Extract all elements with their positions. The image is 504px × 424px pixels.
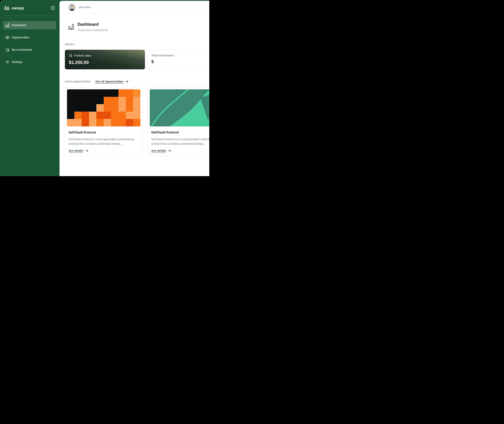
brand-logo: canopy: [4, 5, 24, 11]
metrics-section-label: Metrics: [65, 43, 209, 46]
noise-texture: [65, 50, 145, 69]
wallet-icon: [6, 48, 9, 51]
header: John Doe: [59, 1, 209, 14]
see-all-label: See all Opportunities: [95, 80, 123, 83]
sidebar-item-label: Settings: [12, 60, 22, 64]
main-panel: John Doe Dashboard Track your investment…: [59, 1, 209, 176]
page-title: Dashboard: [77, 22, 108, 27]
sidebar-item-label: Opportunities: [12, 36, 29, 39]
see-all-opportunities-link[interactable]: See all Opportunities: [95, 80, 128, 83]
sidebar-divider: [4, 15, 56, 16]
gear-icon: [6, 60, 9, 64]
metrics-row: Portfolio Value $1.250,00 Total investme…: [65, 50, 209, 69]
sidebar-collapse-button[interactable]: [51, 6, 56, 11]
bar-chart-icon: [68, 24, 74, 30]
total-investments-value: 5: [151, 59, 209, 64]
opportunity-card: DeFiVault Protocol DeFiVault Protocol is…: [148, 87, 209, 156]
portfolio-value-amount: $1.250,00: [69, 60, 141, 65]
sidebar-item-my-investments[interactable]: My investments: [3, 46, 56, 54]
opportunities-header: Active opportunities See all Opportuniti…: [65, 80, 209, 83]
opportunity-description: DeFiVault Protocol is a next-generation …: [69, 137, 139, 146]
page-content: Dashboard Track your investments Metrics: [59, 14, 209, 176]
screen: canopy: [0, 0, 209, 176]
arrow-right-icon: [168, 150, 171, 152]
active-opportunities-label: Active opportunities: [65, 80, 90, 83]
total-investments-card: Total investments 5: [147, 50, 209, 69]
user-avatar[interactable]: [68, 4, 76, 11]
app-window: canopy: [0, 0, 209, 176]
page-subtitle: Track your investments: [77, 28, 108, 32]
user-name: John Doe: [78, 6, 90, 9]
sidebar: canopy: [0, 0, 59, 176]
sidebar-item-label: Dashboard: [12, 24, 26, 27]
opportunity-card-body: DeFiVault Protocol DeFiVault Protocol is…: [67, 126, 140, 156]
total-investments-label: Total investments: [151, 54, 209, 57]
arrow-right-icon: [85, 150, 89, 152]
opportunity-title: DeFiVault Protocol: [151, 131, 209, 134]
bar-chart-icon: [6, 23, 9, 27]
opportunity-card: DeFiVault Protocol DeFiVault Protocol is…: [65, 87, 143, 156]
sidebar-header: canopy: [0, 0, 59, 15]
see-details-link[interactable]: See details: [69, 149, 139, 152]
sidebar-item-label: My investments: [12, 48, 32, 51]
opportunity-cards-row: DeFiVault Protocol DeFiVault Protocol is…: [65, 87, 209, 156]
page-title-block: Dashboard Track your investments: [65, 22, 209, 32]
sidebar-item-dashboard[interactable]: Dashboard: [3, 21, 56, 29]
pixel-mosaic-art: [67, 89, 140, 126]
opportunity-description: DeFiVault Protocol is a next-generation …: [151, 137, 209, 146]
opportunity-card-body: DeFiVault Protocol DeFiVault Protocol is…: [150, 126, 209, 156]
canopy-trees-icon: [4, 5, 10, 11]
banknote-icon: [6, 36, 9, 39]
sidebar-nav: Dashboard Opportunities: [0, 19, 59, 68]
see-details-label: See details: [69, 149, 83, 152]
opportunity-title: DeFiVault Protocol: [69, 131, 139, 134]
brand-name: canopy: [12, 6, 24, 10]
panel-toggle-icon: [51, 6, 55, 10]
sidebar-item-opportunities[interactable]: Opportunities: [3, 33, 56, 42]
green-abstract-art: [150, 89, 209, 126]
arrow-right-icon: [125, 80, 128, 83]
see-details-link[interactable]: See details: [151, 149, 209, 152]
opportunity-image-mosaic: [67, 89, 140, 126]
portfolio-value-card: Portfolio Value $1.250,00: [65, 50, 145, 69]
sidebar-item-settings[interactable]: Settings: [3, 58, 56, 66]
opportunity-image-abstract: [150, 89, 209, 126]
see-details-label: See details: [151, 149, 166, 152]
portfolio-value-label: Portfolio Value: [74, 54, 91, 57]
wallet-icon: [69, 54, 72, 58]
